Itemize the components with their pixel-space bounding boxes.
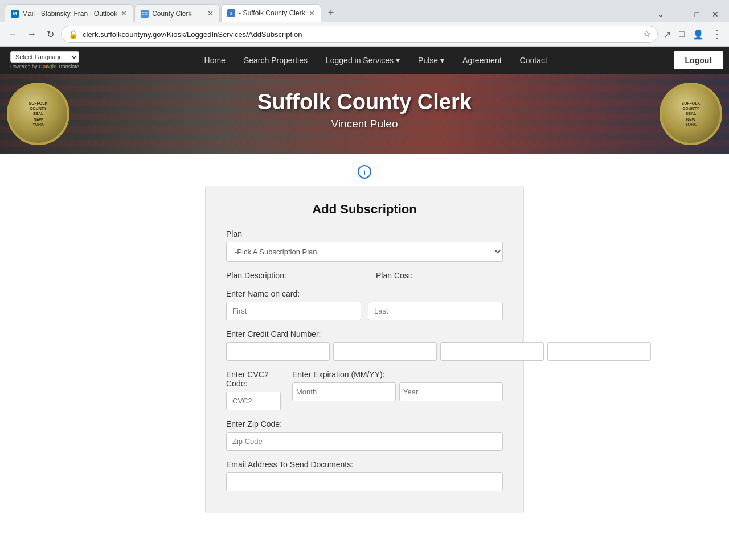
nav-left: Select Language Powered by Google Transl… [6,47,84,74]
cvc-label: Enter CVC2 Code: [226,370,281,388]
share-icon[interactable]: ↗ [661,27,673,42]
nav-search-properties[interactable]: Search Properties [235,48,317,73]
back-button[interactable]: ← [5,27,21,42]
subscription-card: Add Subscription Plan -Pick A Subscripti… [205,186,524,513]
tab-mail[interactable]: M Mail - Stabinsky, Fran - Outlook ✕ [5,4,133,22]
email-input[interactable] [226,472,503,491]
cc-number-label: Enter Credit Card Number: [226,330,503,339]
email-group: Email Address To Send Documents: [226,460,503,491]
cc-field-2[interactable] [333,342,437,361]
expiry-label: Enter Expiration (MM/YY): [292,370,503,379]
profile-icon[interactable]: 👤 [690,27,706,42]
info-icon-container: i [11,165,718,179]
plan-description-label: Plan Description: [226,271,286,280]
maximize-button[interactable]: □ [689,6,705,22]
tab-close-mail[interactable]: ✕ [121,9,127,18]
bookmark-icon[interactable]: ☆ [643,29,650,39]
plan-group: Plan -Pick A Subscription Plan Basic Pla… [226,229,503,262]
powered-by-text: Powered by Google Translate [10,64,79,69]
nav-pulse-btn[interactable]: Pulse ▾ [409,48,453,73]
info-icon[interactable]: i [358,165,371,179]
tab-county-clerk[interactable]: CC County Clerk ✕ [134,4,220,22]
plan-description-group: Plan Description: [226,271,353,280]
tab-favicon-cc: CC [141,10,149,18]
translate-widget[interactable]: Select Language Powered by Google Transl… [6,47,84,74]
logout-button[interactable]: Logout [674,51,723,69]
main-content: i Add Subscription Plan -Pick A Subscrip… [0,154,729,536]
plan-label: Plan [226,229,503,238]
plan-cost-group: Plan Cost: [376,271,503,280]
tab-favicon-mail: M [11,10,19,18]
nav-pulse-dropdown: Pulse ▾ [409,48,453,73]
browser-chrome: M Mail - Stabinsky, Fran - Outlook ✕ CC … [0,0,729,47]
email-label: Email Address To Send Documents: [226,460,503,469]
address-bar[interactable]: 🔒 ☆ [61,26,658,43]
tab-overflow-button[interactable]: ⌄ [654,6,667,22]
tab-favicon-scc: S [227,9,235,17]
plan-select[interactable]: -Pick A Subscription Plan Basic Plan Sta… [226,242,503,262]
lock-icon: 🔒 [68,30,78,39]
google-brand: Google [39,64,58,69]
cvc-expiry-row: Enter CVC2 Code: Enter Expiration (MM/YY… [226,370,503,410]
last-name-input[interactable] [368,302,503,320]
cvc-group: Enter CVC2 Code: [226,370,281,410]
expiry-group: Enter Expiration (MM/YY): [292,370,503,410]
seal-right-text: SUFFOLKCOUNTYSEALNEWYORK [679,98,702,129]
cc-field-4[interactable] [547,342,651,361]
cc-field-3[interactable] [440,342,544,361]
cvc-input[interactable] [226,392,281,410]
expiry-fields-row [292,382,503,401]
seal-right-image: SUFFOLKCOUNTYSEALNEWYORK [660,83,722,145]
pulse-dropdown-arrow-icon: ▾ [440,56,444,65]
dropdown-arrow-icon: ▾ [396,56,400,65]
cc-fields-row [226,342,503,361]
nav-logged-in-services-dropdown: Logged in Services ▾ [317,48,409,73]
seal-right: SUFFOLKCOUNTYSEALNEWYORK [660,83,722,145]
url-input[interactable] [83,30,638,39]
extensions-icon[interactable]: □ [677,27,687,42]
nav-home[interactable]: Home [195,48,235,73]
menu-icon[interactable]: ⋮ [710,26,724,43]
cc-number-group: Enter Credit Card Number: [226,330,503,361]
forward-button[interactable]: → [24,27,40,42]
name-fields-row [226,302,503,320]
nav-links: Home Search Properties Logged in Service… [195,48,556,73]
tab-suffolk-cc[interactable]: S - Suffolk County Clerk ✕ [221,4,321,22]
close-window-button[interactable]: ✕ [706,6,724,22]
minimize-button[interactable]: — [669,6,688,22]
zip-code-group: Enter Zip Code: [226,419,503,451]
hero-banner: SUFFOLKCOUNTYSEALNEWYORK Suffolk County … [0,74,729,154]
first-name-input[interactable] [226,302,361,320]
cc-field-1[interactable] [226,342,330,361]
tab-close-cc[interactable]: ✕ [207,9,214,18]
reload-button[interactable]: ↻ [43,27,58,42]
tab-label-scc: - Suffolk County Clerk [239,9,305,17]
nav-logged-in-services-btn[interactable]: Logged in Services ▾ [317,48,409,73]
name-on-card-group: Enter Name on card: [226,289,503,320]
hero-title: Suffolk County Clerk [0,90,729,114]
new-tab-button[interactable]: + [322,3,340,22]
expiry-year-input[interactable] [399,382,503,401]
site-nav: Select Language Powered by Google Transl… [0,47,729,74]
hero-subtitle: Vincent Puleo [0,118,729,130]
tab-close-scc[interactable]: ✕ [309,9,315,18]
card-title: Add Subscription [226,202,503,217]
language-select[interactable]: Select Language [10,51,79,63]
zip-code-input[interactable] [226,432,503,451]
plan-desc-cost-row: Plan Description: Plan Cost: [226,271,503,280]
hero-content: Suffolk County Clerk Vincent Puleo [0,74,729,130]
nav-agreement[interactable]: Agreement [453,48,510,73]
expiry-month-input[interactable] [292,382,396,401]
plan-cost-label: Plan Cost: [376,271,413,280]
tab-label-mail: Mail - Stabinsky, Fran - Outlook [22,10,117,18]
tab-label-cc: County Clerk [152,10,204,18]
nav-contact[interactable]: Contact [511,48,556,73]
name-on-card-label: Enter Name on card: [226,289,503,298]
zip-code-label: Enter Zip Code: [226,419,503,429]
